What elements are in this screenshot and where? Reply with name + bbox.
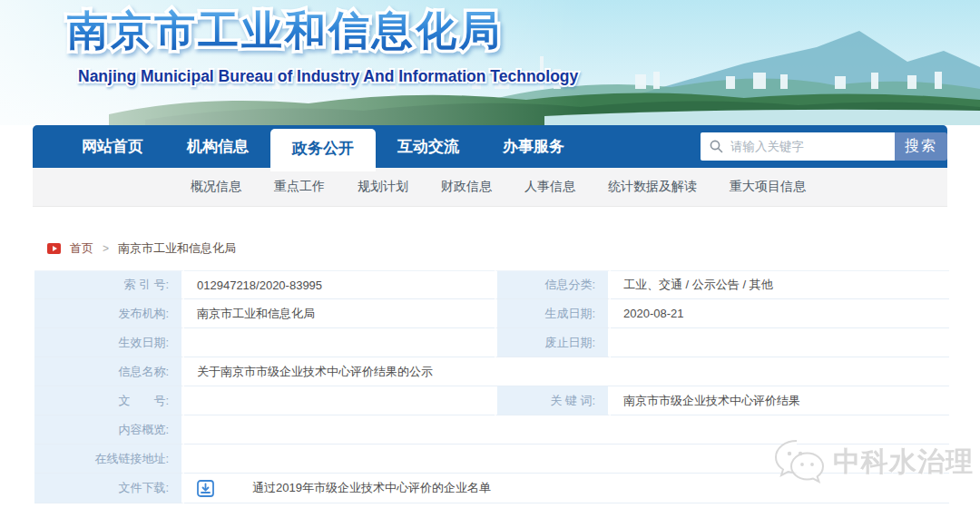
field-label-expiry: 废止日期: <box>495 328 611 357</box>
table-row: 发布机构: 南京市工业和信息化局 生成日期: 2020-08-21 <box>34 299 949 328</box>
tab-services[interactable]: 办事服务 <box>481 125 586 168</box>
page: 南京市工业和信息化局 南京市工业和信息化局 Nanjing Municipal … <box>0 0 980 508</box>
subnav-item-key-work[interactable]: 重点工作 <box>274 179 325 195</box>
search-input-wrap <box>701 132 895 161</box>
tab-gov-disclosure[interactable]: 政务公开 <box>270 129 376 171</box>
field-label-issuer: 发布机构: <box>34 299 184 328</box>
subnav-item-major-projects[interactable]: 重大项目信息 <box>730 179 806 195</box>
field-label-download: 文件下载: <box>34 474 184 503</box>
tab-interaction[interactable]: 互动交流 <box>376 125 481 168</box>
table-row: 内容概览: <box>34 415 949 444</box>
home-marker-icon <box>47 243 61 254</box>
sub-nav: 概况信息 重点工作 规划计划 财政信息 人事信息 统计数据及解读 重大项目信息 <box>33 168 947 207</box>
field-label-gen-date: 生成日期: <box>495 299 611 328</box>
breadcrumb-separator: > <box>103 242 109 255</box>
info-table: 索 引 号: 012947218/2020-83995 信息分类: 工业、交通 … <box>34 270 949 503</box>
site-title: 南京市工业和信息化局 南京市工业和信息化局 <box>67 4 630 62</box>
subnav-item-planning[interactable]: 规划计划 <box>358 179 408 195</box>
field-value-summary <box>184 415 949 444</box>
field-value-effective <box>184 328 495 357</box>
field-value-index: 012947218/2020-83995 <box>184 270 495 299</box>
field-label-category: 信息分类: <box>495 270 611 299</box>
site-title-text: 南京市工业和信息化局 <box>67 4 503 58</box>
field-label-effective: 生效日期: <box>34 328 184 357</box>
table-row: 信息名称: 关于南京市市级企业技术中心评价结果的公示 <box>34 357 949 386</box>
site-subtitle-text: Nanjing Municipal Bureau of Industry And… <box>78 67 578 86</box>
field-label-summary: 内容概览: <box>34 415 184 444</box>
field-label-index: 索 引 号: <box>34 270 184 299</box>
download-icon[interactable] <box>197 480 214 497</box>
field-label-online-link: 在线链接地址: <box>34 444 184 474</box>
field-value-keywords: 南京市市级企业技术中心评价结果 <box>611 386 949 415</box>
subnav-item-overview[interactable]: 概况信息 <box>191 179 241 195</box>
field-label-doc-number: 文 号: <box>34 386 184 415</box>
table-row: 生效日期: 废止日期: <box>34 328 949 357</box>
field-value-category: 工业、交通 / 公示公告 / 其他 <box>611 270 949 299</box>
field-label-name: 信息名称: <box>34 357 184 386</box>
field-value-online-link <box>184 444 949 474</box>
subnav-item-finance[interactable]: 财政信息 <box>441 179 492 195</box>
search-button[interactable]: 搜索 <box>895 132 947 161</box>
field-value-expiry <box>611 328 949 357</box>
field-value-doc-number <box>184 386 495 415</box>
field-value-issuer: 南京市工业和信息化局 <box>184 299 495 328</box>
field-label-keywords: 关 键 词: <box>495 386 611 415</box>
table-row: 文件下载: 通过2019年市级企业技术中心评价的企业名单 <box>34 474 949 503</box>
field-value-download: 通过2019年市级企业技术中心评价的企业名单 <box>184 474 949 503</box>
field-value-gen-date: 2020-08-21 <box>611 299 949 328</box>
field-value-name: 关于南京市市级企业技术中心评价结果的公示 <box>184 357 949 386</box>
breadcrumb-home[interactable]: 首页 <box>70 240 93 257</box>
tab-org-info[interactable]: 机构信息 <box>165 125 270 168</box>
table-row: 索 引 号: 012947218/2020-83995 信息分类: 工业、交通 … <box>34 270 949 299</box>
site-subtitle: Nanjing Municipal Bureau of Industry And… <box>78 67 641 91</box>
breadcrumb-current: 南京市工业和信息化局 <box>118 240 236 257</box>
breadcrumb: 首页 > 南京市工业和信息化局 <box>47 240 947 257</box>
header-banner: 南京市工业和信息化局 南京市工业和信息化局 Nanjing Municipal … <box>0 0 980 125</box>
table-row: 文 号: 关 键 词: 南京市市级企业技术中心评价结果 <box>34 386 949 415</box>
table-row: 在线链接地址: <box>34 444 949 474</box>
search-icon <box>710 140 723 153</box>
subnav-item-personnel[interactable]: 人事信息 <box>524 179 575 195</box>
main-nav: 网站首页 机构信息 政务公开 互动交流 办事服务 搜索 <box>33 125 947 168</box>
tab-home[interactable]: 网站首页 <box>60 125 165 168</box>
download-link[interactable]: 通过2019年市级企业技术中心评价的企业名单 <box>252 480 491 496</box>
search-box: 搜索 <box>701 132 947 161</box>
search-input[interactable] <box>730 140 885 153</box>
subnav-item-statistics[interactable]: 统计数据及解读 <box>608 179 697 195</box>
